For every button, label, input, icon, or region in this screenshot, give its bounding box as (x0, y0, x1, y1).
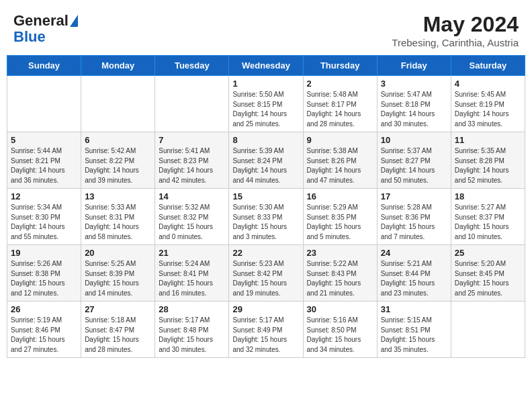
calendar-cell: 26Sunrise: 5:19 AM Sunset: 8:46 PM Dayli… (7, 302, 81, 358)
cell-sun-info: Sunrise: 5:48 AM Sunset: 8:17 PM Dayligh… (307, 90, 373, 129)
calendar-cell: 2Sunrise: 5:48 AM Sunset: 8:17 PM Daylig… (303, 76, 377, 132)
calendar-cell: 30Sunrise: 5:16 AM Sunset: 8:50 PM Dayli… (303, 302, 377, 358)
day-number: 6 (85, 135, 151, 145)
calendar-cell: 12Sunrise: 5:34 AM Sunset: 8:30 PM Dayli… (7, 189, 81, 245)
cell-sun-info: Sunrise: 5:50 AM Sunset: 8:15 PM Dayligh… (232, 90, 299, 129)
calendar-week-row: 5Sunrise: 5:44 AM Sunset: 8:21 PM Daylig… (7, 132, 525, 189)
day-number: 3 (381, 79, 447, 89)
calendar-week-row: 1Sunrise: 5:50 AM Sunset: 8:15 PM Daylig… (7, 76, 525, 132)
cell-sun-info: Sunrise: 5:22 AM Sunset: 8:43 PM Dayligh… (307, 259, 373, 298)
calendar-cell: 20Sunrise: 5:25 AM Sunset: 8:39 PM Dayli… (81, 245, 155, 302)
cell-sun-info: Sunrise: 5:27 AM Sunset: 8:37 PM Dayligh… (455, 203, 521, 242)
day-header-tuesday: Tuesday (155, 56, 229, 76)
cell-sun-info: Sunrise: 5:37 AM Sunset: 8:27 PM Dayligh… (381, 146, 447, 185)
cell-sun-info: Sunrise: 5:24 AM Sunset: 8:41 PM Dayligh… (159, 259, 225, 298)
cell-sun-info: Sunrise: 5:21 AM Sunset: 8:44 PM Dayligh… (381, 259, 447, 298)
day-header-wednesday: Wednesday (229, 56, 303, 76)
day-number: 26 (11, 304, 77, 314)
calendar-cell: 5Sunrise: 5:44 AM Sunset: 8:21 PM Daylig… (7, 132, 81, 189)
day-number: 1 (232, 79, 299, 89)
day-number: 20 (85, 248, 151, 258)
cell-sun-info: Sunrise: 5:23 AM Sunset: 8:42 PM Dayligh… (232, 259, 299, 298)
calendar-cell: 19Sunrise: 5:26 AM Sunset: 8:38 PM Dayli… (7, 245, 81, 302)
cell-sun-info: Sunrise: 5:34 AM Sunset: 8:30 PM Dayligh… (11, 203, 77, 242)
day-number: 28 (159, 304, 225, 314)
calendar-week-row: 26Sunrise: 5:19 AM Sunset: 8:46 PM Dayli… (7, 302, 525, 358)
cell-sun-info: Sunrise: 5:38 AM Sunset: 8:26 PM Dayligh… (307, 146, 373, 185)
day-header-friday: Friday (377, 56, 451, 76)
day-number: 11 (455, 135, 521, 145)
day-number: 9 (307, 135, 373, 145)
day-number: 30 (307, 304, 373, 314)
calendar-cell: 21Sunrise: 5:24 AM Sunset: 8:41 PM Dayli… (155, 245, 229, 302)
calendar-header-row: SundayMondayTuesdayWednesdayThursdayFrid… (7, 56, 525, 76)
calendar-cell: 6Sunrise: 5:42 AM Sunset: 8:22 PM Daylig… (81, 132, 155, 189)
calendar-cell: 4Sunrise: 5:45 AM Sunset: 8:19 PM Daylig… (451, 76, 525, 132)
calendar-cell: 17Sunrise: 5:28 AM Sunset: 8:36 PM Dayli… (377, 189, 451, 245)
calendar-cell: 18Sunrise: 5:27 AM Sunset: 8:37 PM Dayli… (451, 189, 525, 245)
cell-sun-info: Sunrise: 5:32 AM Sunset: 8:32 PM Dayligh… (159, 203, 225, 242)
day-number: 5 (11, 135, 77, 145)
day-number: 10 (381, 135, 447, 145)
day-number: 8 (232, 135, 299, 145)
calendar-cell: 14Sunrise: 5:32 AM Sunset: 8:32 PM Dayli… (155, 189, 229, 245)
page-header: General Blue May 2024 Trebesing, Carinth… (7, 7, 525, 52)
cell-sun-info: Sunrise: 5:35 AM Sunset: 8:28 PM Dayligh… (455, 146, 521, 185)
calendar-cell: 3Sunrise: 5:47 AM Sunset: 8:18 PM Daylig… (377, 76, 451, 132)
day-number: 17 (381, 191, 447, 201)
calendar-cell: 13Sunrise: 5:33 AM Sunset: 8:31 PM Dayli… (81, 189, 155, 245)
day-number: 12 (11, 191, 77, 201)
calendar-cell: 31Sunrise: 5:15 AM Sunset: 8:51 PM Dayli… (377, 302, 451, 358)
day-number: 16 (307, 191, 373, 201)
day-number: 23 (307, 248, 373, 258)
calendar-cell: 11Sunrise: 5:35 AM Sunset: 8:28 PM Dayli… (451, 132, 525, 189)
logo-triangle-icon (70, 15, 78, 27)
cell-sun-info: Sunrise: 5:17 AM Sunset: 8:49 PM Dayligh… (232, 316, 299, 355)
cell-sun-info: Sunrise: 5:29 AM Sunset: 8:35 PM Dayligh… (307, 203, 373, 242)
calendar-cell: 27Sunrise: 5:18 AM Sunset: 8:47 PM Dayli… (81, 302, 155, 358)
calendar-cell: 28Sunrise: 5:17 AM Sunset: 8:48 PM Dayli… (155, 302, 229, 358)
calendar-cell: 16Sunrise: 5:29 AM Sunset: 8:35 PM Dayli… (303, 189, 377, 245)
day-header-saturday: Saturday (451, 56, 525, 76)
logo: General Blue (13, 12, 78, 44)
day-number: 14 (159, 191, 225, 201)
cell-sun-info: Sunrise: 5:18 AM Sunset: 8:47 PM Dayligh… (85, 316, 151, 355)
day-number: 7 (159, 135, 225, 145)
location-subtitle: Trebesing, Carinthia, Austria (392, 37, 519, 48)
calendar-cell: 22Sunrise: 5:23 AM Sunset: 8:42 PM Dayli… (229, 245, 303, 302)
day-number: 25 (455, 248, 521, 258)
calendar-cell (7, 76, 81, 132)
day-number: 18 (455, 191, 521, 201)
cell-sun-info: Sunrise: 5:28 AM Sunset: 8:36 PM Dayligh… (381, 203, 447, 242)
cell-sun-info: Sunrise: 5:42 AM Sunset: 8:22 PM Dayligh… (85, 146, 151, 185)
calendar-cell: 1Sunrise: 5:50 AM Sunset: 8:15 PM Daylig… (229, 76, 303, 132)
cell-sun-info: Sunrise: 5:33 AM Sunset: 8:31 PM Dayligh… (85, 203, 151, 242)
calendar-cell: 7Sunrise: 5:41 AM Sunset: 8:23 PM Daylig… (155, 132, 229, 189)
day-number: 15 (232, 191, 299, 201)
day-number: 27 (85, 304, 151, 314)
calendar-cell (451, 302, 525, 358)
day-number: 2 (307, 79, 373, 89)
day-header-thursday: Thursday (303, 56, 377, 76)
calendar-cell: 23Sunrise: 5:22 AM Sunset: 8:43 PM Dayli… (303, 245, 377, 302)
calendar-cell (155, 76, 229, 132)
cell-sun-info: Sunrise: 5:15 AM Sunset: 8:51 PM Dayligh… (381, 316, 447, 355)
cell-sun-info: Sunrise: 5:39 AM Sunset: 8:24 PM Dayligh… (232, 146, 299, 185)
calendar-cell: 9Sunrise: 5:38 AM Sunset: 8:26 PM Daylig… (303, 132, 377, 189)
calendar-cell: 8Sunrise: 5:39 AM Sunset: 8:24 PM Daylig… (229, 132, 303, 189)
calendar-week-row: 12Sunrise: 5:34 AM Sunset: 8:30 PM Dayli… (7, 189, 525, 245)
logo-general: General (13, 12, 69, 30)
calendar-cell (81, 76, 155, 132)
cell-sun-info: Sunrise: 5:20 AM Sunset: 8:45 PM Dayligh… (455, 259, 521, 298)
calendar-cell: 29Sunrise: 5:17 AM Sunset: 8:49 PM Dayli… (229, 302, 303, 358)
day-number: 19 (11, 248, 77, 258)
day-header-sunday: Sunday (7, 56, 81, 76)
title-block: May 2024 Trebesing, Carinthia, Austria (392, 12, 519, 48)
calendar-week-row: 19Sunrise: 5:26 AM Sunset: 8:38 PM Dayli… (7, 245, 525, 302)
day-number: 24 (381, 248, 447, 258)
calendar-cell: 25Sunrise: 5:20 AM Sunset: 8:45 PM Dayli… (451, 245, 525, 302)
logo-blue: Blue (13, 30, 46, 44)
cell-sun-info: Sunrise: 5:17 AM Sunset: 8:48 PM Dayligh… (159, 316, 225, 355)
cell-sun-info: Sunrise: 5:44 AM Sunset: 8:21 PM Dayligh… (11, 146, 77, 185)
day-number: 22 (232, 248, 299, 258)
